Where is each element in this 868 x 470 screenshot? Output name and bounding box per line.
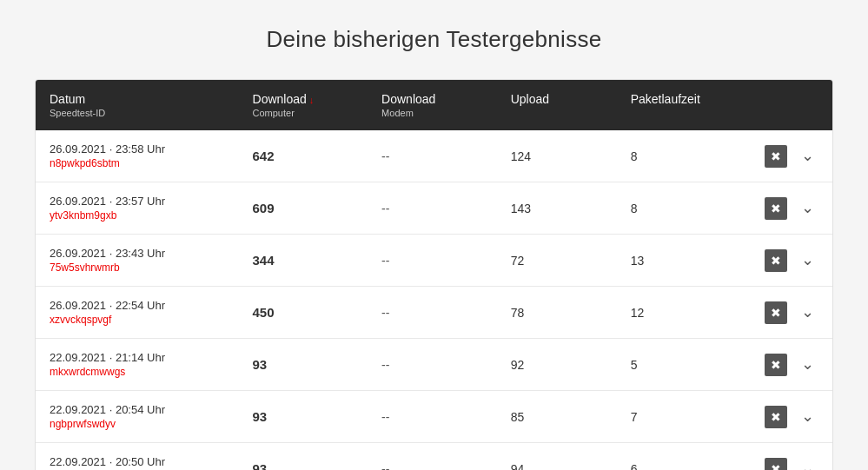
expand-button-4[interactable]: ⌄ bbox=[796, 353, 818, 375]
expand-button-3[interactable]: ⌄ bbox=[796, 301, 818, 323]
expand-button-6[interactable]: ⌄ bbox=[796, 457, 818, 470]
date-id-2: 75w5svhrwmrb bbox=[50, 261, 225, 274]
date-id-0: n8pwkpd6sbtm bbox=[50, 157, 225, 169]
delete-button-3[interactable]: ✖ bbox=[765, 301, 787, 324]
cell-dl-modem-6: -- bbox=[368, 443, 497, 471]
cell-upload-3: 78 bbox=[497, 287, 617, 339]
date-main-5: 22.09.2021 · 20:54 Uhr bbox=[50, 403, 225, 416]
col-header-download-modem: Download Modem bbox=[368, 80, 497, 130]
cell-date-4: 22.09.2021 · 21:14 Uhr mkxwrdcmwwgs bbox=[36, 339, 239, 391]
date-main-1: 26.09.2021 · 23:57 Uhr bbox=[50, 195, 225, 208]
cell-date-2: 26.09.2021 · 23:43 Uhr 75w5svhrwmrb bbox=[36, 235, 239, 287]
date-id-3: xzvvckqspvgf bbox=[50, 314, 225, 326]
cell-upload-1: 143 bbox=[497, 182, 617, 235]
date-id-5: ngbprwfswdyv bbox=[50, 418, 225, 430]
col-header-actions bbox=[745, 80, 832, 130]
date-main-0: 26.09.2021 · 23:58 Uhr bbox=[50, 142, 225, 156]
table-row: 22.09.2021 · 21:14 Uhr mkxwrdcmwwgs 93 -… bbox=[36, 339, 832, 391]
date-main-4: 22.09.2021 · 21:14 Uhr bbox=[50, 351, 225, 364]
results-table: Datum Speedtest-ID Download ↓ Computer D… bbox=[36, 80, 832, 470]
cell-upload-6: 94 bbox=[497, 443, 617, 471]
col-header-upload: Upload bbox=[497, 80, 617, 130]
delete-button-2[interactable]: ✖ bbox=[765, 249, 787, 272]
expand-button-5[interactable]: ⌄ bbox=[796, 405, 818, 427]
cell-actions-5: ✖ ⌄ bbox=[745, 391, 832, 443]
expand-button-2[interactable]: ⌄ bbox=[796, 248, 818, 271]
cell-date-5: 22.09.2021 · 20:54 Uhr ngbprwfswdyv bbox=[36, 391, 239, 443]
table-row: 26.09.2021 · 23:57 Uhr ytv3knbm9gxb 609 … bbox=[36, 182, 832, 235]
cell-dl-computer-3: 450 bbox=[239, 287, 368, 339]
table-row: 26.09.2021 · 22:54 Uhr xzvvckqspvgf 450 … bbox=[36, 287, 832, 339]
cell-paket-4: 5 bbox=[617, 339, 746, 391]
col-header-paketlaufzeit: Paketlaufzeit bbox=[617, 80, 746, 130]
expand-button-1[interactable]: ⌄ bbox=[796, 196, 818, 219]
cell-actions-0: ✖ ⌄ bbox=[745, 130, 832, 182]
cell-upload-5: 85 bbox=[497, 391, 617, 443]
cell-upload-0: 124 bbox=[497, 130, 617, 182]
cell-dl-computer-0: 642 bbox=[239, 130, 368, 182]
cell-paket-2: 13 bbox=[617, 235, 746, 287]
delete-button-0[interactable]: ✖ bbox=[765, 145, 787, 168]
delete-button-4[interactable]: ✖ bbox=[765, 354, 787, 376]
cell-paket-6: 6 bbox=[617, 443, 746, 471]
table-row: 26.09.2021 · 23:58 Uhr n8pwkpd6sbtm 642 … bbox=[36, 130, 832, 182]
date-main-6: 22.09.2021 · 20:50 Uhr bbox=[50, 455, 225, 468]
cell-actions-3: ✖ ⌄ bbox=[745, 287, 832, 339]
results-table-wrapper: Datum Speedtest-ID Download ↓ Computer D… bbox=[35, 79, 833, 470]
col-header-download-computer: Download ↓ Computer bbox=[239, 80, 368, 130]
delete-button-6[interactable]: ✖ bbox=[765, 458, 787, 470]
cell-paket-3: 12 bbox=[617, 287, 746, 339]
table-header-row: Datum Speedtest-ID Download ↓ Computer D… bbox=[36, 80, 832, 130]
cell-paket-5: 7 bbox=[617, 391, 746, 443]
cell-paket-0: 8 bbox=[617, 130, 746, 182]
date-main-3: 26.09.2021 · 22:54 Uhr bbox=[50, 299, 225, 312]
cell-actions-6: ✖ ⌄ bbox=[745, 443, 832, 471]
table-row: 22.09.2021 · 20:54 Uhr ngbprwfswdyv 93 -… bbox=[36, 391, 832, 443]
date-id-4: mkxwrdcmwwgs bbox=[50, 366, 225, 378]
cell-dl-modem-4: -- bbox=[368, 339, 497, 391]
date-id-1: ytv3knbm9gxb bbox=[50, 209, 225, 222]
cell-upload-4: 92 bbox=[497, 339, 617, 391]
cell-date-3: 26.09.2021 · 22:54 Uhr xzvvckqspvgf bbox=[36, 287, 239, 339]
cell-dl-modem-3: -- bbox=[368, 287, 497, 339]
cell-date-1: 26.09.2021 · 23:57 Uhr ytv3knbm9gxb bbox=[36, 182, 239, 235]
cell-dl-computer-2: 344 bbox=[239, 235, 368, 287]
cell-dl-modem-5: -- bbox=[368, 391, 497, 443]
cell-paket-1: 8 bbox=[617, 182, 746, 235]
cell-dl-computer-4: 93 bbox=[239, 339, 368, 391]
expand-button-0[interactable]: ⌄ bbox=[796, 144, 818, 167]
page-title: Deine bisherigen Testergebnisse bbox=[35, 26, 833, 53]
delete-button-5[interactable]: ✖ bbox=[765, 406, 787, 428]
cell-actions-4: ✖ ⌄ bbox=[745, 339, 832, 391]
table-row: 26.09.2021 · 23:43 Uhr 75w5svhrwmrb 344 … bbox=[36, 235, 832, 287]
col-header-datum: Datum Speedtest-ID bbox=[36, 80, 239, 130]
cell-dl-computer-6: 93 bbox=[239, 443, 368, 471]
table-row: 22.09.2021 · 20:50 Uhr cztgkw6vp7sz 93 -… bbox=[36, 443, 832, 471]
cell-dl-modem-2: -- bbox=[368, 235, 497, 287]
cell-date-0: 26.09.2021 · 23:58 Uhr n8pwkpd6sbtm bbox=[36, 130, 239, 182]
cell-dl-computer-5: 93 bbox=[239, 391, 368, 443]
cell-actions-2: ✖ ⌄ bbox=[745, 235, 832, 287]
cell-dl-modem-1: -- bbox=[368, 182, 497, 235]
date-main-2: 26.09.2021 · 23:43 Uhr bbox=[50, 247, 225, 260]
cell-upload-2: 72 bbox=[497, 235, 617, 287]
delete-button-1[interactable]: ✖ bbox=[765, 197, 787, 220]
cell-actions-1: ✖ ⌄ bbox=[745, 182, 832, 235]
cell-dl-computer-1: 609 bbox=[239, 182, 368, 235]
cell-date-6: 22.09.2021 · 20:50 Uhr cztgkw6vp7sz bbox=[36, 443, 239, 471]
cell-dl-modem-0: -- bbox=[368, 130, 497, 182]
